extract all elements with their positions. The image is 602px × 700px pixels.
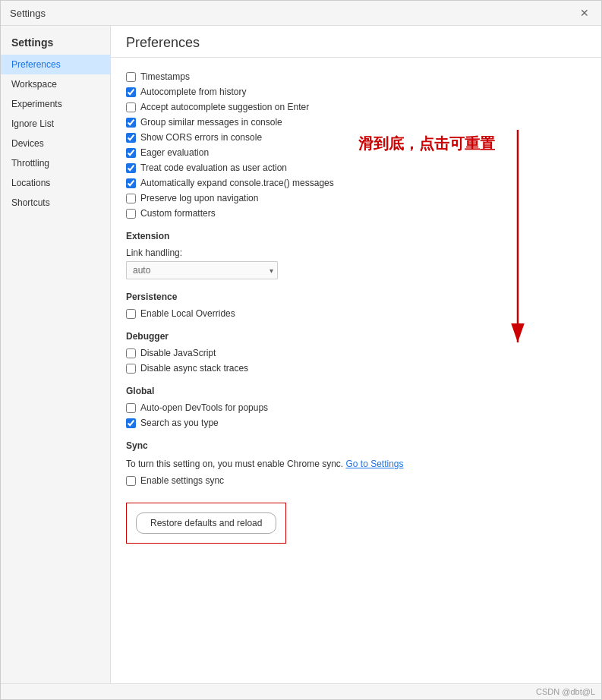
sidebar-item-workspace[interactable]: Workspace bbox=[1, 74, 110, 94]
label-accept-autocomplete: Accept autocomplete suggestion on Enter bbox=[140, 102, 309, 112]
checkbox-row-autocomplete-history: Autocomplete from history bbox=[126, 87, 586, 97]
checkbox-custom-formatters[interactable] bbox=[126, 209, 136, 219]
checkbox-preserve-log[interactable] bbox=[126, 194, 136, 203]
checkbox-autocomplete-history[interactable] bbox=[126, 87, 136, 97]
checkbox-show-cors[interactable] bbox=[126, 133, 136, 143]
checkbox-auto-expand[interactable] bbox=[126, 178, 136, 188]
link-handling-select-wrapper: auto custom ▾ bbox=[126, 261, 278, 279]
label-preserve-log: Preserve log upon navigation bbox=[140, 193, 258, 203]
checkbox-row-search-as-type: Search as you type bbox=[126, 418, 586, 428]
sidebar-item-locations[interactable]: Locations bbox=[1, 173, 110, 193]
bottom-bar-text: CSDN @dbt@L bbox=[536, 687, 595, 696]
checkbox-row-enable-local-overrides: Enable Local Overrides bbox=[126, 308, 586, 319]
checkbox-row-accept-autocomplete: Accept autocomplete suggestion on Enter bbox=[126, 102, 586, 112]
checkbox-search-as-type[interactable] bbox=[126, 418, 136, 428]
sidebar-item-devices[interactable]: Devices bbox=[1, 134, 110, 153]
sidebar-item-shortcuts[interactable]: Shortcuts bbox=[1, 193, 110, 213]
label-show-cors: Show CORS errors in console bbox=[140, 132, 262, 143]
sidebar-title: Settings bbox=[1, 29, 110, 55]
section-title-persistence: Persistence bbox=[126, 292, 586, 302]
checkbox-row-disable-js: Disable JavaScript bbox=[126, 348, 586, 358]
label-eager-eval: Eager evaluation bbox=[140, 147, 209, 158]
label-custom-formatters: Custom formatters bbox=[140, 208, 216, 219]
sidebar-item-throttling[interactable]: Throttling bbox=[1, 153, 110, 173]
checkbox-row-custom-formatters: Custom formatters bbox=[126, 208, 586, 219]
checkbox-row-disable-async: Disable async stack traces bbox=[126, 363, 586, 374]
restore-btn-area: Restore defaults and reload bbox=[126, 503, 286, 544]
checkbox-disable-js[interactable] bbox=[126, 348, 136, 358]
checkbox-disable-async[interactable] bbox=[126, 364, 136, 374]
section-title-sync: Sync bbox=[126, 440, 586, 451]
titlebar: Settings ✕ bbox=[1, 1, 601, 26]
sidebar-item-experiments[interactable]: Experiments bbox=[1, 94, 110, 114]
restore-defaults-button[interactable]: Restore defaults and reload bbox=[136, 512, 276, 534]
bottom-bar: CSDN @dbt@L bbox=[1, 683, 601, 699]
checkbox-row-timestamps: Timestamps bbox=[126, 71, 586, 82]
checkbox-eager-eval[interactable] bbox=[126, 148, 136, 158]
label-timestamps: Timestamps bbox=[140, 71, 190, 82]
window-title: Settings bbox=[10, 8, 46, 19]
go-to-settings-link[interactable]: Go to Settings bbox=[345, 459, 403, 469]
checkbox-timestamps[interactable] bbox=[126, 72, 136, 82]
label-disable-js: Disable JavaScript bbox=[140, 348, 216, 358]
sync-description-part1: To turn this setting on, you must enable… bbox=[126, 459, 345, 469]
sidebar-item-ignore-list[interactable]: Ignore List bbox=[1, 114, 110, 134]
link-handling-select[interactable]: auto custom bbox=[126, 261, 278, 279]
checkbox-row-show-cors: Show CORS errors in console bbox=[126, 132, 586, 143]
checkbox-row-auto-open-devtools: Auto-open DevTools for popups bbox=[126, 402, 586, 413]
checkbox-treat-eval[interactable] bbox=[126, 163, 136, 173]
label-search-as-type: Search as you type bbox=[140, 418, 219, 428]
checkbox-accept-autocomplete[interactable] bbox=[126, 102, 136, 112]
section-title-global: Global bbox=[126, 386, 586, 396]
scrollable-area[interactable]: 滑到底，点击可重置 Timestamps bbox=[111, 58, 601, 683]
link-handling-label: Link handling: bbox=[126, 248, 586, 258]
checkbox-row-auto-expand: Automatically expand console.trace() mes… bbox=[126, 178, 586, 188]
checkbox-row-group-similar: Group similar messages in console bbox=[126, 117, 586, 128]
label-group-similar: Group similar messages in console bbox=[140, 117, 282, 128]
checkbox-group-similar[interactable] bbox=[126, 118, 136, 128]
link-handling-field: Link handling: auto custom ▾ bbox=[126, 248, 586, 279]
section-title-debugger: Debugger bbox=[126, 331, 586, 342]
settings-window: Settings ✕ Settings Preferences Workspac… bbox=[0, 0, 602, 700]
label-disable-async: Disable async stack traces bbox=[140, 363, 248, 374]
label-auto-open-devtools: Auto-open DevTools for popups bbox=[140, 402, 268, 413]
content-area: Settings Preferences Workspace Experimen… bbox=[1, 26, 601, 683]
label-enable-settings-sync: Enable settings sync bbox=[140, 475, 224, 486]
main-content: Preferences 滑到底，点击可重置 Timestamps bbox=[111, 26, 601, 683]
sidebar-item-preferences[interactable]: Preferences bbox=[1, 55, 110, 74]
checkbox-row-treat-eval: Treat code evaluation as user action bbox=[126, 162, 586, 173]
label-auto-expand: Automatically expand console.trace() mes… bbox=[140, 178, 334, 188]
label-autocomplete-history: Autocomplete from history bbox=[140, 87, 246, 97]
checkbox-row-enable-settings-sync: Enable settings sync bbox=[126, 475, 586, 486]
sync-description: To turn this setting on, you must enable… bbox=[126, 457, 586, 471]
close-button[interactable]: ✕ bbox=[577, 5, 592, 20]
checkbox-enable-local-overrides[interactable] bbox=[126, 309, 136, 319]
checkbox-auto-open-devtools[interactable] bbox=[126, 403, 136, 413]
checkbox-row-eager-eval: Eager evaluation bbox=[126, 147, 586, 158]
checkbox-row-preserve-log: Preserve log upon navigation bbox=[126, 193, 586, 203]
label-treat-eval: Treat code evaluation as user action bbox=[140, 162, 287, 173]
section-title-extension: Extension bbox=[126, 231, 586, 241]
checkbox-enable-settings-sync[interactable] bbox=[126, 476, 136, 486]
label-enable-local-overrides: Enable Local Overrides bbox=[140, 308, 235, 319]
main-header: Preferences bbox=[111, 26, 601, 58]
sidebar: Settings Preferences Workspace Experimen… bbox=[1, 26, 111, 683]
